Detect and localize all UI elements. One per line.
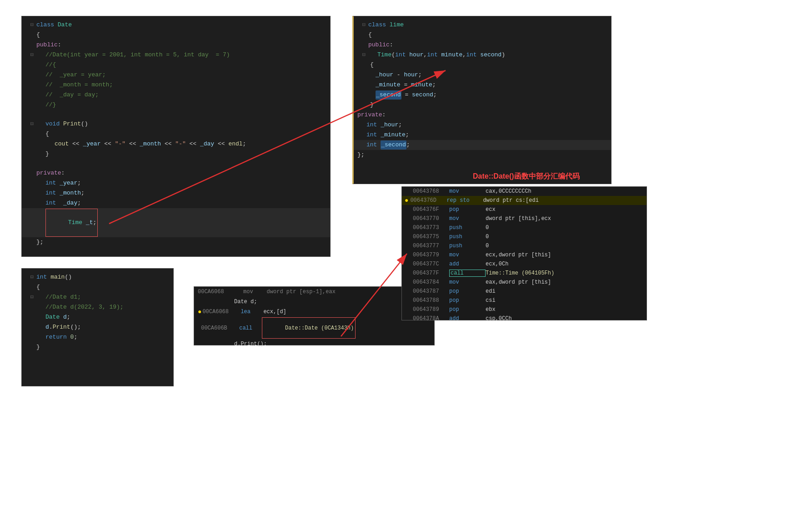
code-line — [22, 110, 330, 119]
code-line: // _day = day; — [22, 90, 330, 100]
asm-row: ● 00CA6068 lea ecx,[d] — [194, 307, 434, 317]
date-class-panel: ⊟ class Date { public: ⊟ //Date(int year… — [21, 16, 331, 257]
code-line: int _day; — [22, 198, 330, 208]
code-line: return 0; — [22, 332, 173, 342]
code-line: int _year; — [22, 178, 330, 188]
asm-row: 0064378A add csp,0CCh — [402, 314, 647, 323]
code-line: ⊟ //Date d1; — [22, 292, 173, 302]
asm-row: 0064377C add ecx,0Ch — [402, 260, 647, 269]
asm-row: 0064376F pop ecx — [402, 205, 647, 214]
code-line: // _month = month; — [22, 80, 330, 90]
asm-row: 00643784 mov eax,dword ptr [this] — [402, 278, 647, 287]
code-line: ⊟ class Date — [22, 20, 330, 30]
asm-row: 00643787 pop edi — [402, 287, 647, 296]
asm-row: 00643775 push 0 — [402, 232, 647, 241]
asm-row-call: 00CA606B call Date::Date (0CA1343h) — [194, 317, 434, 339]
asm-row: 00643768 mov cax,0CCCCCCCCh — [402, 187, 647, 196]
code-line: cout << _year << "-" << _month << "-" <<… — [22, 139, 330, 149]
code-line: ⊟ int main() — [22, 272, 173, 282]
asm-row: Date d; — [194, 297, 434, 307]
code-line: }; — [354, 150, 611, 160]
code-line: { — [22, 282, 173, 292]
asm-row: d.Print(): — [194, 339, 434, 349]
code-line: } — [22, 342, 173, 352]
code-line: d.Print(); — [22, 322, 173, 332]
code-line: ⊟ void Print() — [22, 119, 330, 129]
code-line: { — [22, 30, 330, 40]
code-line: } — [354, 100, 611, 110]
asm-row-active: ● 0064376D rep sto dword ptr cs:[edi — [402, 196, 647, 205]
asm-row-call: 0064377F call Time::Time (064105Fh) — [402, 269, 647, 278]
code-line-time-t: Time _t; — [22, 208, 330, 237]
time-class-panel: ⊟ class lime { public: ⊟ Time( int hour,… — [352, 16, 612, 184]
code-line: private: — [22, 168, 330, 178]
asm-row: 00643789 pop ebx — [402, 305, 647, 314]
code-line: ⊟ Time( int hour, int minute, int second… — [354, 50, 611, 60]
code-line: ⊟ class lime — [354, 20, 611, 30]
asm-row: 00643777 push 0 — [402, 241, 647, 250]
code-line: _hour - hour; — [354, 70, 611, 80]
code-line: public: — [22, 40, 330, 50]
code-line: //} — [22, 100, 330, 110]
code-line: { — [22, 129, 330, 139]
asm-row: 00643788 pop csi — [402, 296, 647, 305]
code-line-second: int _second ; — [354, 140, 611, 150]
code-line: int _month; — [22, 188, 330, 198]
code-line: ⊟ //Date(int year = 2001, int month = 5,… — [22, 50, 330, 60]
code-line: int _hour; — [354, 120, 611, 130]
main-func-panel: ⊟ int main() { ⊟ //Date d1; //Date d(202… — [21, 268, 174, 386]
asm-row: 00643773 push 0 — [402, 223, 647, 232]
code-line: }; — [22, 237, 330, 247]
code-line: { — [354, 30, 611, 40]
asm-main-panel: 00CA6068 mov dword ptr [esp-1],eax Date … — [194, 286, 435, 345]
code-line: } — [22, 149, 330, 159]
code-line — [22, 159, 330, 168]
code-line: public: — [354, 40, 611, 50]
annotation-label: Date::Date()函数中部分汇编代码 — [473, 172, 580, 181]
code-line: //Date d(2022, 3, 19); — [22, 302, 173, 312]
asm-row: 00643779 mov ecx,dword ptr [this] — [402, 250, 647, 260]
code-line: // _year = year; — [22, 70, 330, 80]
code-line-date-d: Date d; — [22, 312, 173, 322]
code-line: private: — [354, 110, 611, 120]
asm-row: 00CA6068 mov dword ptr [esp-1],eax — [194, 287, 434, 297]
code-line: _minute = minute; — [354, 80, 611, 90]
asm-row: 00643770 mov dword ptr [this],ecx — [402, 214, 647, 223]
asm-date-panel: 00643768 mov cax,0CCCCCCCCh ● 0064376D r… — [401, 186, 647, 320]
code-line: //{ — [22, 60, 330, 70]
code-line: int _minute; — [354, 130, 611, 140]
code-line: { — [354, 60, 611, 70]
code-line: _second = second; — [354, 90, 611, 100]
